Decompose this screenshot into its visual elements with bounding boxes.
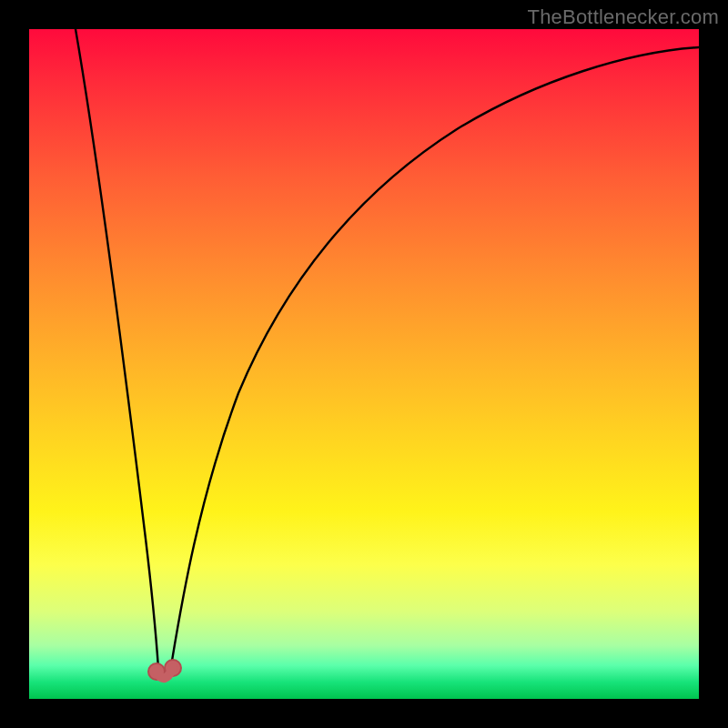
valley-marker [148,660,181,680]
watermark-text: TheBottlenecker.com [528,5,719,29]
plot-area [29,29,699,699]
bottleneck-curve-path [76,29,699,677]
curve-layer [29,29,699,699]
chart-frame: TheBottlenecker.com [0,0,728,728]
